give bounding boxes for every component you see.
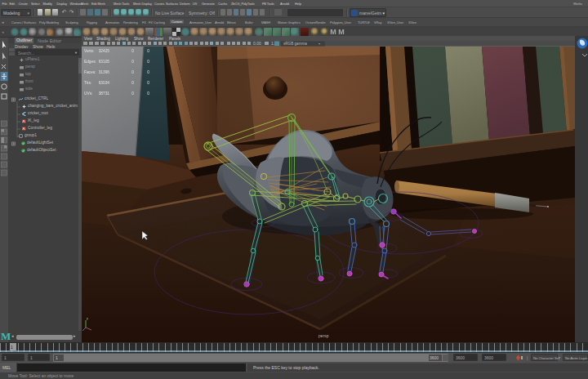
svg-text:0: 0 [131,49,134,53]
svg-text:▾: ▾ [318,42,320,46]
svg-text:0: 0 [131,91,134,96]
svg-text:0.00: 0.00 [253,41,261,46]
svg-text:38731: 38731 [99,91,110,96]
svg-text:0: 0 [131,60,134,64]
svg-text:0: 0 [147,91,149,96]
svg-text:y: y [87,316,88,320]
svg-text:0: 0 [131,81,134,85]
svg-text:31396: 31396 [99,70,110,74]
svg-text:0: 0 [147,49,149,53]
svg-text:63105: 63105 [99,60,110,64]
svg-text:0: 0 [147,81,149,85]
svg-text:persp: persp [318,333,329,338]
svg-text:Verts:: Verts: [84,49,94,53]
svg-text:UVs:: UVs: [84,91,92,96]
svg-text:32425: 32425 [99,49,110,53]
svg-text:Edges:: Edges: [84,60,96,64]
svg-text:0: 0 [131,70,134,74]
svg-text:0: 0 [147,70,149,74]
svg-text:0: 0 [147,60,149,64]
svg-text:Tris:: Tris: [84,81,91,85]
svg-text:Faces:: Faces: [84,70,96,74]
svg-text:sRGB gamma: sRGB gamma [283,42,307,46]
svg-text:63034: 63034 [99,81,110,85]
